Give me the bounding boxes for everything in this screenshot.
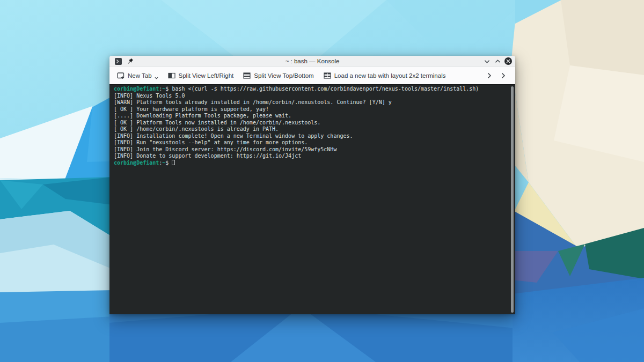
- terminal-line: [INFO] Run "nexustools --help" at any ti…: [114, 139, 508, 146]
- close-button[interactable]: [504, 57, 512, 65]
- new-tab-label: New Tab: [128, 72, 152, 79]
- window-controls: [483, 57, 512, 65]
- layout-2x2-button[interactable]: Load a new tab with layout 2x2 terminals: [320, 70, 449, 82]
- layout-2x2-icon: [324, 72, 331, 79]
- terminal[interactable]: corbin@Defiant:~$ bash <(curl -s https:/…: [109, 84, 515, 314]
- terminal-scrollbar[interactable]: [511, 86, 514, 313]
- konsole-app-icon: [115, 58, 122, 65]
- split-view-tb-label: Split View Top/Bottom: [254, 72, 313, 79]
- terminal-cursor: [172, 160, 175, 165]
- chevron-right-icon: [501, 72, 506, 79]
- terminal-line: [INFO] Join the Discord server: https://…: [114, 146, 508, 153]
- new-tab-button[interactable]: New Tab: [114, 70, 162, 82]
- toolbar-overflow-button-2[interactable]: [498, 70, 509, 81]
- terminal-line: corbin@Defiant:~$ bash <(curl -s https:/…: [114, 86, 508, 93]
- split-view-lr-button[interactable]: Split View Left/Right: [165, 70, 237, 82]
- split-view-tb-button[interactable]: Split View Top/Bottom: [240, 70, 317, 82]
- minimize-icon: [484, 58, 490, 64]
- titlebar[interactable]: ~ : bash — Konsole: [109, 56, 515, 67]
- terminal-line: [ OK ] Platform Tools now installed in /…: [114, 120, 508, 127]
- maximize-icon: [495, 58, 501, 64]
- split-view-lr-label: Split View Left/Right: [179, 72, 234, 79]
- minimize-button[interactable]: [483, 57, 491, 65]
- terminal-line: [INFO] Donate to support development: ht…: [114, 153, 508, 160]
- terminal-line: [ OK ] /home/corbin/.nexustools is alrea…: [114, 126, 508, 133]
- terminal-line: [ OK ] Your hardware platform is support…: [114, 106, 508, 113]
- toolbar: New Tab Split View Left/Right Split View…: [109, 67, 515, 84]
- layout-2x2-label: Load a new tab with layout 2x2 terminals: [334, 72, 446, 79]
- split-view-lr-icon: [168, 72, 175, 79]
- pin-icon[interactable]: [127, 58, 134, 65]
- terminal-line: [INFO] Nexus Tools 5.0: [114, 93, 508, 100]
- terminal-line: [WARN] Platform tools already installed …: [114, 99, 508, 106]
- split-view-tb-icon: [243, 72, 251, 79]
- toolbar-overflow-button-1[interactable]: [484, 70, 495, 81]
- konsole-window: ~ : bash — Konsole: [109, 56, 515, 314]
- new-tab-icon: [117, 72, 125, 79]
- maximize-button[interactable]: [494, 57, 501, 65]
- terminal-line: [INFO] Installation complete! Open a new…: [114, 133, 508, 140]
- chevron-right-icon: [487, 72, 492, 79]
- close-icon: [506, 59, 510, 63]
- terminal-line: corbin@Defiant:~$: [114, 160, 508, 167]
- window-title: ~ : bash — Konsole: [109, 58, 515, 64]
- chevron-down-icon: [155, 77, 158, 79]
- terminal-line: [....] Downloading Platform Tools packag…: [114, 113, 508, 120]
- terminal-output: corbin@Defiant:~$ bash <(curl -s https:/…: [109, 85, 515, 167]
